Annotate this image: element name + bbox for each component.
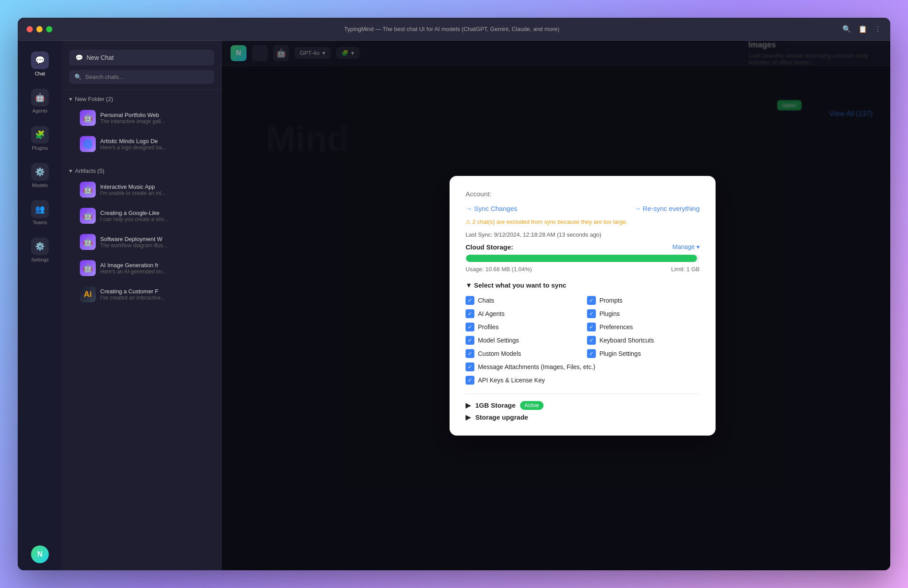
checkbox-keyboard-shortcuts-icon: ✓ <box>587 336 596 345</box>
browser-window: TypingMind — The best chat UI for AI mod… <box>18 18 890 570</box>
list-item[interactable]: 🤖 Creating a Google-Like I can help you … <box>73 203 211 229</box>
checkbox-keyboard-shortcuts-label: Keyboard Shortcuts <box>599 337 654 344</box>
chat-preview: I've created an interactive... <box>100 295 204 301</box>
checkbox-preferences[interactable]: ✓ Preferences <box>587 323 700 331</box>
checkbox-plugin-settings[interactable]: ✓ Plugin Settings <box>587 349 700 358</box>
browser-titlebar: TypingMind — The best chat UI for AI mod… <box>18 18 890 41</box>
active-badge: Active <box>520 401 544 410</box>
avatar: 🌀 <box>80 136 96 152</box>
checkbox-keyboard-shortcuts[interactable]: ✓ Keyboard Shortcuts <box>587 336 700 345</box>
teams-icon: 👥 <box>31 200 49 218</box>
folder-artifacts-header[interactable]: ▾ Artifacts (5) <box>69 165 214 177</box>
storage-upgrade-label: Storage upgrade <box>475 413 528 421</box>
checkbox-chats[interactable]: ✓ Chats <box>466 296 578 305</box>
manage-button[interactable]: Manage ▾ <box>673 243 700 250</box>
chevron-down-icon: ▾ <box>69 96 72 102</box>
sync-modal: Account: → Sync Changes → Re-sync everyt… <box>450 176 716 436</box>
avatar: 🤖 <box>80 260 96 276</box>
chat-info: Artistic Minds Logo De Here's a logo des… <box>100 138 204 151</box>
account-label: Account: <box>466 190 700 198</box>
list-item[interactable]: 🤖 Software Deployment W The workflow dia… <box>73 230 211 255</box>
sidebar-item-settings-label: Settings <box>31 257 49 262</box>
folder-new-folder-header[interactable]: ▾ New Folder (2) <box>69 93 214 105</box>
models-icon: ⚙️ <box>31 163 49 181</box>
storage-1gb-label: 1GB Storage <box>475 401 516 409</box>
agents-icon: 🤖 <box>31 89 49 106</box>
checkbox-custom-models[interactable]: ✓ Custom Models <box>466 349 578 358</box>
select-sync-header[interactable]: ▼ Select what you want to sync <box>466 281 700 289</box>
checkbox-preferences-icon: ✓ <box>587 323 596 331</box>
search-icon: 🔍 <box>74 74 82 80</box>
usage-row: Usage: 10.68 MB (1.04%) Limit: 1 GB <box>466 266 700 273</box>
checkbox-profiles-icon: ✓ <box>466 323 474 331</box>
checkbox-model-settings[interactable]: ✓ Model Settings <box>466 336 578 345</box>
avatar: Ai <box>80 286 96 302</box>
chat-preview: I can help you create a sim... <box>100 216 204 222</box>
limit-label: Limit: 1 GB <box>671 266 700 273</box>
checkbox-plugins-icon: ✓ <box>587 309 596 318</box>
storage-section: ▶ 1GB Storage Active ▶ Storage upgrade <box>466 393 700 421</box>
checkbox-plugins-label: Plugins <box>599 310 620 317</box>
share-icon[interactable]: 📋 <box>858 25 867 33</box>
storage-1gb-row[interactable]: ▶ 1GB Storage Active <box>466 401 700 410</box>
menu-icon[interactable]: ⋮ <box>874 25 881 33</box>
sync-changes-button[interactable]: → Sync Changes <box>466 205 517 212</box>
folder-new-folder-label: New Folder (2) <box>75 96 113 102</box>
storage-upgrade-row[interactable]: ▶ Storage upgrade <box>466 413 700 421</box>
list-item[interactable]: 🤖 Personal Portfolio Web The interactive… <box>73 105 211 131</box>
progress-fill <box>466 255 697 262</box>
checkbox-chats-label: Chats <box>478 297 494 304</box>
checkbox-custom-models-icon: ✓ <box>466 349 474 358</box>
new-chat-label: New Chat <box>86 54 114 61</box>
maximize-button[interactable] <box>46 26 52 32</box>
checkbox-plugins[interactable]: ✓ Plugins <box>587 309 700 318</box>
sidebar-item-chat[interactable]: 💬 Chat <box>18 45 62 82</box>
search-input-wrap[interactable]: 🔍 Search chats... <box>69 70 214 84</box>
sidebar-item-plugins[interactable]: 🧩 Plugins <box>18 120 62 157</box>
plugins-icon: 🧩 <box>31 126 49 144</box>
avatar: 🤖 <box>80 234 96 250</box>
checkbox-ai-agents-icon: ✓ <box>466 309 474 318</box>
sidebar-item-chat-label: Chat <box>35 71 45 76</box>
zoom-icon[interactable]: 🔍 <box>842 25 851 33</box>
sidebar-item-agents[interactable]: 🤖 Agents <box>18 82 62 120</box>
checkbox-profiles[interactable]: ✓ Profiles <box>466 323 578 331</box>
list-item[interactable]: 🤖 Interactive Music App I'm unable to cr… <box>73 177 211 203</box>
checkbox-model-settings-label: Model Settings <box>478 337 519 344</box>
sidebar-item-settings[interactable]: ⚙️ Settings <box>18 231 62 269</box>
checkbox-api-keys-icon: ✓ <box>466 376 474 385</box>
sidebar-item-plugins-label: Plugins <box>32 145 48 151</box>
checkbox-prompts[interactable]: ✓ Prompts <box>587 296 700 305</box>
chat-preview: The interactive image gall... <box>100 118 204 125</box>
resync-everything-button[interactable]: → Re-sync everything <box>634 205 700 212</box>
usage-label: Usage: 10.68 MB (1.04%) <box>466 266 532 273</box>
new-chat-button[interactable]: 💬 New Chat <box>69 50 214 66</box>
checkbox-plugin-settings-icon: ✓ <box>587 349 596 358</box>
user-avatar[interactable]: N <box>31 545 49 563</box>
list-item[interactable]: 🌀 Artistic Minds Logo De Here's a logo d… <box>73 132 211 157</box>
list-item[interactable]: 🤖 AI Image Generation fr Here's an AI-ge… <box>73 256 211 281</box>
browser-icons: 🔍 📋 ⋮ <box>842 25 881 33</box>
minimize-button[interactable] <box>36 26 43 32</box>
new-chat-icon: 💬 <box>75 54 83 61</box>
chat-title: Software Deployment W <box>100 236 204 242</box>
avatar: 🤖 <box>80 208 96 224</box>
sync-row: → Sync Changes → Re-sync everything <box>466 205 700 212</box>
checkbox-api-keys[interactable]: ✓ API Keys & License Key <box>466 376 700 385</box>
chat-info: Creating a Google-Like I can help you cr… <box>100 210 204 222</box>
search-placeholder: Search chats... <box>85 74 124 80</box>
chat-title: Interactive Music App <box>100 183 204 190</box>
warning-message: ⚠ 2 chat(s) are excluded from sync becau… <box>466 218 700 225</box>
chat-title: Artistic Minds Logo De <box>100 138 204 144</box>
close-button[interactable] <box>27 26 33 32</box>
sidebar-item-teams[interactable]: 👥 Teams <box>18 194 62 231</box>
checkbox-message-attachments-icon: ✓ <box>466 362 474 371</box>
avatar: 🤖 <box>80 182 96 198</box>
chat-preview: The workflow diagram illus... <box>100 242 204 249</box>
checkbox-message-attachments[interactable]: ✓ Message Attachments (Images, Files, et… <box>466 362 700 371</box>
folder-artifacts: ▾ Artifacts (5) 🤖 Interactive Music App … <box>62 161 221 312</box>
checkbox-profiles-label: Profiles <box>478 323 499 331</box>
sidebar-item-models[interactable]: ⚙️ Models <box>18 157 62 194</box>
list-item[interactable]: Ai Creating a Customer F I've created an… <box>73 282 211 308</box>
checkbox-ai-agents[interactable]: ✓ AI Agents <box>466 309 578 318</box>
